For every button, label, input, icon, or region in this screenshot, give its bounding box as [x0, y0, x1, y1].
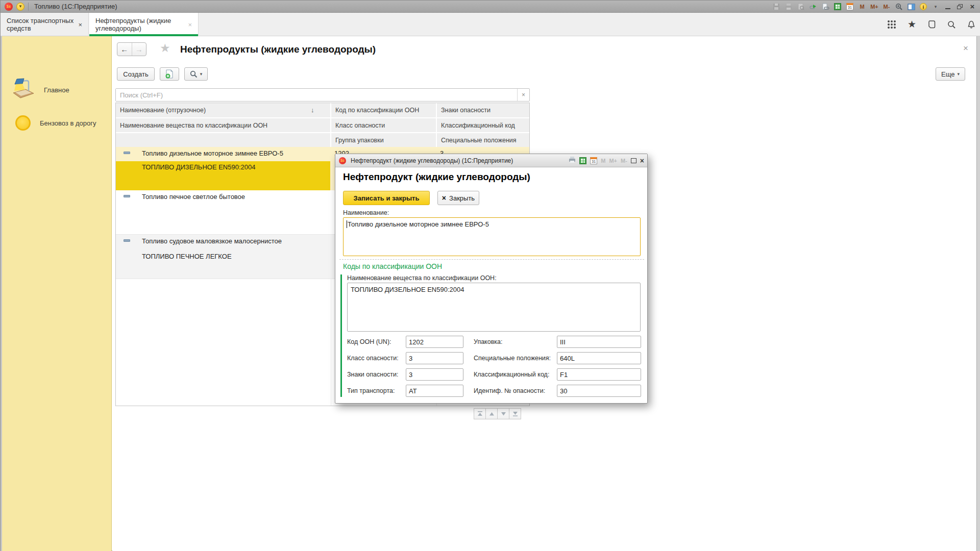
column-header-empty[interactable] — [116, 133, 330, 147]
get-link-icon[interactable] — [821, 3, 829, 11]
transport-type-input[interactable] — [406, 385, 463, 397]
print-icon[interactable] — [569, 156, 576, 165]
danger-signs-input[interactable] — [406, 368, 463, 381]
notifications-bell-icon[interactable] — [967, 20, 975, 29]
field-label: Специальные положения: — [474, 355, 551, 362]
favorites-star-icon[interactable]: ★ — [908, 20, 916, 29]
close-button[interactable]: ×Закрыть — [437, 191, 479, 205]
search-input[interactable] — [116, 89, 517, 101]
print-preview-icon[interactable] — [797, 3, 805, 11]
back-button[interactable]: ← — [117, 43, 132, 56]
save-and-close-button[interactable]: Записать и закрыть — [343, 191, 430, 205]
calculator-icon[interactable] — [579, 157, 586, 164]
add-to-favorites-star-icon[interactable]: ★ — [160, 41, 170, 55]
sidebar-item-tanker[interactable]: Бензовоз в дорогу — [2, 112, 111, 134]
tab-bar: Список транспортных средств × Нефтепроду… — [1, 13, 980, 36]
column-header-danger-class[interactable]: Класс опасности — [331, 118, 436, 132]
close-dialog-button[interactable]: × — [640, 157, 644, 165]
tab-petroleum-products[interactable]: Нефтепродукты (жидкие углеводороды) × — [89, 13, 199, 36]
search-box: × — [115, 88, 530, 102]
column-header-classification-code[interactable]: Классификационный код — [437, 118, 529, 132]
tab-close-icon[interactable]: × — [78, 21, 82, 29]
name-label: Наименование: — [343, 209, 389, 216]
tab-close-icon[interactable]: × — [188, 21, 192, 29]
search-tool-button[interactable]: ▾ — [184, 67, 208, 81]
column-header-packing-group[interactable]: Группа упаковки — [331, 133, 436, 147]
memory-recall-button[interactable]: M — [858, 3, 866, 11]
row-un-name: ТОПЛИВО ДИЗЕЛЬНОЕ EN590:2004 — [142, 163, 255, 171]
row-name: Топливо дизельное моторное зимнее ЕВРО-5 — [142, 149, 283, 157]
calculator-icon[interactable] — [834, 3, 842, 11]
go-to-link-icon[interactable] — [809, 3, 817, 11]
column-header-un-name[interactable]: Наименование вещества по классификации О… — [116, 118, 330, 132]
column-header-danger-signs[interactable]: Знаки опасности — [437, 103, 529, 117]
dialog-titlebar[interactable]: 1с Нефтепродукт (жидкие углеводороды) (1… — [335, 154, 647, 167]
row-name: Топливо судовое маловязкое малосернистое — [142, 237, 282, 245]
window-titlebar: 1с ▼ Топливо (1С:Предприятие) 31 M M+ M- — [1, 1, 980, 13]
field-row: Знаки опасности: Классификационный код: — [335, 368, 648, 381]
next-page-button[interactable] — [497, 408, 509, 419]
main-menu-button[interactable]: ▼ — [16, 3, 24, 11]
field-label: Знаки опасности: — [347, 371, 399, 378]
column-header-un-code[interactable]: Код по классификации ООН — [331, 103, 436, 117]
un-name-textarea[interactable]: ТОПЛИВО ДИЗЕЛЬНОЕ EN590:2004 — [347, 283, 641, 332]
zoom-icon[interactable] — [895, 3, 903, 11]
sidebar-item-main[interactable]: Главное — [2, 77, 111, 103]
create-button[interactable]: Создать — [117, 67, 155, 81]
list-item-dash-icon — [124, 239, 130, 242]
un-name-label: Наименование вещества по классификации О… — [347, 274, 497, 282]
close-x-icon: × — [442, 194, 446, 202]
all-sections-icon[interactable] — [887, 20, 896, 29]
navigation-buttons: ← → — [117, 42, 146, 56]
memory-add-button[interactable]: M+ — [870, 3, 878, 11]
go-first-button[interactable] — [474, 408, 486, 419]
packing-input[interactable] — [557, 336, 641, 348]
un-code-input[interactable] — [406, 336, 463, 348]
go-last-button[interactable] — [509, 408, 521, 419]
previous-page-button[interactable] — [485, 408, 498, 419]
minimize-button[interactable] — [944, 3, 952, 11]
column-header-special-provisions[interactable]: Специальные положения — [437, 133, 529, 147]
search-icon[interactable] — [947, 20, 956, 29]
desk-lamp-icon — [11, 78, 35, 102]
danger-class-input[interactable] — [406, 352, 463, 364]
row-un-name: ТОПЛИВО ПЕЧНОЕ ЛЕГКОЕ — [142, 253, 232, 260]
print-icon[interactable] — [785, 3, 793, 11]
create-new-item-icon-button[interactable] — [160, 67, 179, 81]
maximize-dialog-button[interactable] — [631, 158, 636, 163]
sidebar-item-label: Главное — [44, 86, 69, 94]
more-button[interactable]: Еще▾ — [936, 67, 965, 81]
forward-button[interactable]: → — [132, 43, 146, 56]
restore-button[interactable] — [956, 3, 964, 11]
classification-code-input[interactable] — [557, 368, 641, 381]
hazard-id-input[interactable] — [557, 385, 641, 397]
special-provisions-input[interactable] — [557, 352, 641, 364]
memory-subtract-button[interactable]: M- — [883, 3, 891, 11]
save-icon[interactable] — [772, 3, 780, 11]
sort-descending-icon: ↓ — [311, 106, 314, 114]
tab-label: Нефтепродукты (жидкие углеводороды) — [95, 17, 184, 32]
tab-vehicle-list[interactable]: Список транспортных средств × — [1, 13, 89, 36]
info-dropdown-icon[interactable]: ▾ — [932, 3, 940, 11]
list-item-dash-icon — [124, 195, 130, 197]
history-icon[interactable] — [927, 20, 936, 29]
field-label: Классификационный код: — [474, 371, 549, 378]
column-header-name[interactable]: Наименование (отгрузочное)↓ — [116, 103, 330, 117]
memory-add-button[interactable]: M+ — [609, 158, 617, 164]
name-textarea[interactable]: Топливо дизельное моторное зимнее ЕВРО-5 — [343, 217, 641, 256]
memory-subtract-button[interactable]: M- — [621, 158, 627, 164]
info-icon[interactable]: i — [919, 3, 927, 11]
table-header: Наименование (отгрузочное)↓ Код по класс… — [116, 103, 529, 147]
calendar-icon[interactable]: 31 — [846, 3, 854, 11]
split-window-icon[interactable] — [907, 3, 915, 11]
close-window-button[interactable]: × — [968, 3, 976, 11]
close-form-icon[interactable]: × — [963, 43, 968, 54]
calendar-icon[interactable]: 31 — [590, 157, 597, 164]
memory-recall-button[interactable]: M — [601, 158, 605, 164]
dialog-window-title: Нефтепродукт (жидкие углеводороды) (1С:П… — [351, 157, 513, 164]
list-pager — [474, 408, 521, 419]
clear-search-icon[interactable]: × — [517, 89, 529, 101]
application-window: 1с ▼ Топливо (1С:Предприятие) 31 M M+ M- — [0, 0, 980, 551]
1c-logo-icon: 1с — [339, 157, 346, 164]
field-row: Тип транспорта: Идентиф. № опасности: — [335, 385, 648, 397]
